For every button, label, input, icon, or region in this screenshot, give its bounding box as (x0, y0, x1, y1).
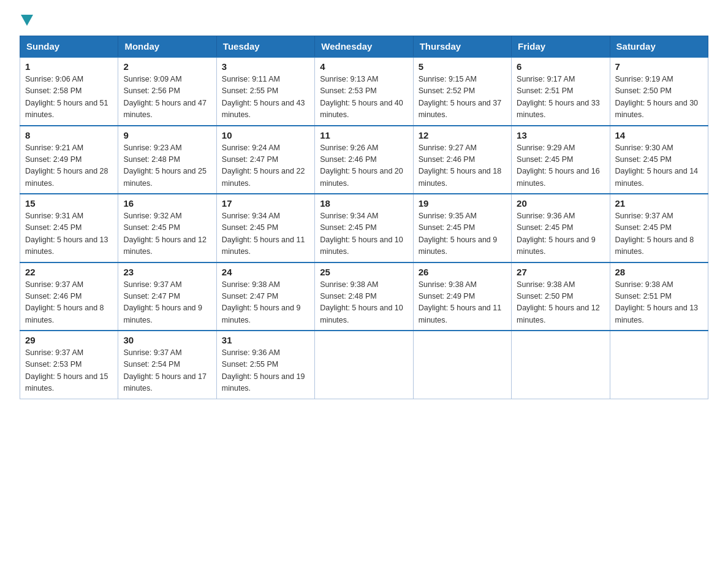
day-info: Sunrise: 9:35 AMSunset: 2:45 PMDaylight:… (419, 210, 506, 258)
day-info: Sunrise: 9:29 AMSunset: 2:45 PMDaylight:… (517, 142, 604, 190)
calendar-day-13: 13Sunrise: 9:29 AMSunset: 2:45 PMDayligh… (512, 126, 610, 194)
day-info: Sunrise: 9:17 AMSunset: 2:51 PMDaylight:… (517, 74, 604, 121)
day-info: Sunrise: 9:06 AMSunset: 2:58 PMDaylight:… (25, 74, 113, 121)
day-number: 20 (517, 198, 604, 209)
calendar-day-26: 26Sunrise: 9:38 AMSunset: 2:49 PMDayligh… (413, 262, 511, 331)
week-row-5: 29Sunrise: 9:37 AMSunset: 2:53 PMDayligh… (20, 331, 708, 399)
calendar-day-3: 3Sunrise: 9:11 AMSunset: 2:55 PMDaylight… (216, 57, 314, 126)
empty-cell (413, 331, 511, 399)
day-number: 19 (419, 198, 506, 209)
calendar-day-21: 21Sunrise: 9:37 AMSunset: 2:45 PMDayligh… (610, 194, 708, 262)
day-info: Sunrise: 9:23 AMSunset: 2:48 PMDaylight:… (123, 142, 211, 190)
calendar-day-31: 31Sunrise: 9:36 AMSunset: 2:55 PMDayligh… (216, 331, 314, 399)
weekday-header-monday: Monday (118, 36, 216, 58)
day-number: 28 (615, 267, 703, 277)
day-info: Sunrise: 9:36 AMSunset: 2:45 PMDaylight:… (517, 210, 604, 258)
calendar-day-9: 9Sunrise: 9:23 AMSunset: 2:48 PMDaylight… (118, 126, 216, 194)
day-info: Sunrise: 9:19 AMSunset: 2:50 PMDaylight:… (615, 74, 703, 121)
day-number: 30 (123, 335, 211, 345)
day-info: Sunrise: 9:27 AMSunset: 2:46 PMDaylight:… (419, 142, 506, 190)
calendar-day-22: 22Sunrise: 9:37 AMSunset: 2:46 PMDayligh… (20, 262, 118, 331)
day-number: 12 (419, 130, 506, 140)
day-info: Sunrise: 9:09 AMSunset: 2:56 PMDaylight:… (123, 74, 211, 121)
day-info: Sunrise: 9:26 AMSunset: 2:46 PMDaylight:… (320, 142, 408, 190)
day-number: 7 (615, 61, 703, 72)
day-number: 29 (25, 335, 113, 345)
day-number: 14 (615, 130, 703, 140)
day-number: 13 (517, 130, 604, 140)
calendar-day-16: 16Sunrise: 9:32 AMSunset: 2:45 PMDayligh… (118, 194, 216, 262)
calendar-day-2: 2Sunrise: 9:09 AMSunset: 2:56 PMDaylight… (118, 57, 216, 126)
day-number: 25 (320, 267, 408, 277)
day-number: 16 (123, 198, 211, 209)
day-info: Sunrise: 9:30 AMSunset: 2:45 PMDaylight:… (615, 142, 703, 190)
day-number: 3 (222, 61, 309, 72)
calendar-day-1: 1Sunrise: 9:06 AMSunset: 2:58 PMDaylight… (20, 57, 118, 126)
calendar-day-24: 24Sunrise: 9:38 AMSunset: 2:47 PMDayligh… (216, 262, 314, 331)
day-number: 22 (25, 267, 113, 277)
day-info: Sunrise: 9:37 AMSunset: 2:53 PMDaylight:… (25, 347, 113, 395)
calendar-day-5: 5Sunrise: 9:15 AMSunset: 2:52 PMDaylight… (413, 57, 511, 126)
weekday-header-tuesday: Tuesday (216, 36, 314, 58)
calendar-day-8: 8Sunrise: 9:21 AMSunset: 2:49 PMDaylight… (20, 126, 118, 194)
calendar-day-14: 14Sunrise: 9:30 AMSunset: 2:45 PMDayligh… (610, 126, 708, 194)
page-header (20, 15, 708, 26)
day-info: Sunrise: 9:24 AMSunset: 2:47 PMDaylight:… (222, 142, 309, 190)
calendar-table: SundayMondayTuesdayWednesdayThursdayFrid… (20, 36, 708, 399)
week-row-3: 15Sunrise: 9:31 AMSunset: 2:45 PMDayligh… (20, 194, 708, 262)
day-number: 1 (25, 61, 113, 72)
empty-cell (512, 331, 610, 399)
day-info: Sunrise: 9:36 AMSunset: 2:55 PMDaylight:… (222, 347, 309, 395)
week-row-1: 1Sunrise: 9:06 AMSunset: 2:58 PMDaylight… (20, 57, 708, 126)
day-info: Sunrise: 9:32 AMSunset: 2:45 PMDaylight:… (123, 210, 211, 258)
day-number: 5 (419, 61, 506, 72)
day-info: Sunrise: 9:34 AMSunset: 2:45 PMDaylight:… (222, 210, 309, 258)
day-info: Sunrise: 9:38 AMSunset: 2:49 PMDaylight:… (419, 279, 506, 327)
day-number: 2 (123, 61, 211, 72)
calendar-day-6: 6Sunrise: 9:17 AMSunset: 2:51 PMDaylight… (512, 57, 610, 126)
calendar-day-20: 20Sunrise: 9:36 AMSunset: 2:45 PMDayligh… (512, 194, 610, 262)
day-number: 9 (123, 130, 211, 140)
week-row-4: 22Sunrise: 9:37 AMSunset: 2:46 PMDayligh… (20, 262, 708, 331)
day-number: 27 (517, 267, 604, 277)
day-info: Sunrise: 9:37 AMSunset: 2:45 PMDaylight:… (615, 210, 703, 258)
day-info: Sunrise: 9:21 AMSunset: 2:49 PMDaylight:… (25, 142, 113, 190)
day-number: 31 (222, 335, 309, 345)
day-info: Sunrise: 9:37 AMSunset: 2:47 PMDaylight:… (123, 279, 211, 327)
day-info: Sunrise: 9:37 AMSunset: 2:54 PMDaylight:… (123, 347, 211, 395)
calendar-day-15: 15Sunrise: 9:31 AMSunset: 2:45 PMDayligh… (20, 194, 118, 262)
calendar-day-29: 29Sunrise: 9:37 AMSunset: 2:53 PMDayligh… (20, 331, 118, 399)
day-info: Sunrise: 9:11 AMSunset: 2:55 PMDaylight:… (222, 74, 309, 121)
calendar-day-30: 30Sunrise: 9:37 AMSunset: 2:54 PMDayligh… (118, 331, 216, 399)
day-info: Sunrise: 9:37 AMSunset: 2:46 PMDaylight:… (25, 279, 113, 327)
day-number: 26 (419, 267, 506, 277)
day-number: 10 (222, 130, 309, 140)
calendar-day-17: 17Sunrise: 9:34 AMSunset: 2:45 PMDayligh… (216, 194, 314, 262)
weekday-header-wednesday: Wednesday (315, 36, 413, 58)
weekday-header-friday: Friday (512, 36, 610, 58)
day-info: Sunrise: 9:13 AMSunset: 2:53 PMDaylight:… (320, 74, 408, 121)
day-info: Sunrise: 9:38 AMSunset: 2:48 PMDaylight:… (320, 279, 408, 327)
calendar-day-27: 27Sunrise: 9:38 AMSunset: 2:50 PMDayligh… (512, 262, 610, 331)
day-number: 18 (320, 198, 408, 209)
calendar-day-7: 7Sunrise: 9:19 AMSunset: 2:50 PMDaylight… (610, 57, 708, 126)
day-number: 11 (320, 130, 408, 140)
day-number: 21 (615, 198, 703, 209)
day-info: Sunrise: 9:38 AMSunset: 2:51 PMDaylight:… (615, 279, 703, 327)
calendar-day-4: 4Sunrise: 9:13 AMSunset: 2:53 PMDaylight… (315, 57, 413, 126)
calendar-header-row: SundayMondayTuesdayWednesdayThursdayFrid… (20, 36, 708, 58)
empty-cell (315, 331, 413, 399)
day-number: 8 (25, 130, 113, 140)
day-info: Sunrise: 9:38 AMSunset: 2:47 PMDaylight:… (222, 279, 309, 327)
day-number: 15 (25, 198, 113, 209)
calendar-day-18: 18Sunrise: 9:34 AMSunset: 2:45 PMDayligh… (315, 194, 413, 262)
empty-cell (610, 331, 708, 399)
weekday-header-saturday: Saturday (610, 36, 708, 58)
calendar-day-19: 19Sunrise: 9:35 AMSunset: 2:45 PMDayligh… (413, 194, 511, 262)
calendar-day-25: 25Sunrise: 9:38 AMSunset: 2:48 PMDayligh… (315, 262, 413, 331)
day-number: 23 (123, 267, 211, 277)
calendar-day-28: 28Sunrise: 9:38 AMSunset: 2:51 PMDayligh… (610, 262, 708, 331)
day-number: 24 (222, 267, 309, 277)
day-number: 4 (320, 61, 408, 72)
day-info: Sunrise: 9:15 AMSunset: 2:52 PMDaylight:… (419, 74, 506, 121)
